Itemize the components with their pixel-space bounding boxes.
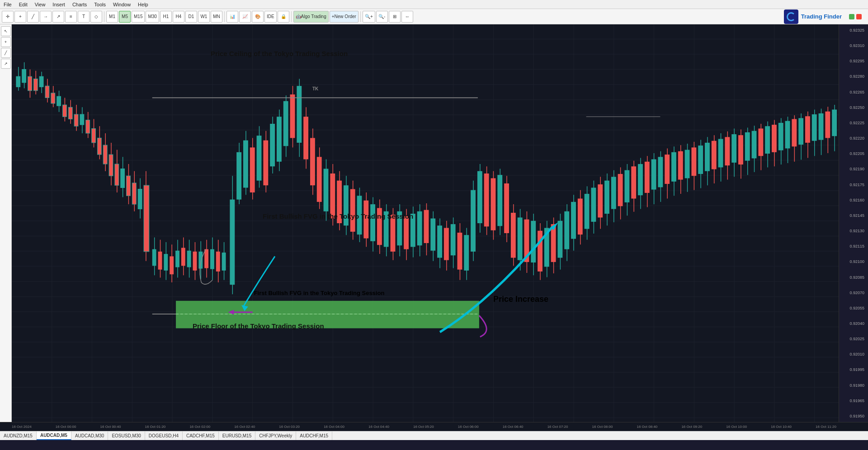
shapes-tool[interactable]: ◇ — [90, 11, 102, 23]
line-v[interactable]: ╱ — [1, 48, 11, 58]
channel-tool[interactable]: ≡ — [65, 11, 77, 23]
indicators-btn[interactable]: 📈 — [239, 11, 251, 23]
svg-rect-144 — [391, 215, 396, 252]
ray-tool[interactable]: → — [40, 11, 52, 23]
price-label-18: 0.92070 — [841, 291, 866, 295]
separator-4 — [360, 11, 361, 22]
svg-rect-102 — [250, 147, 255, 192]
time-label-6: 16 Oct 03:20 — [279, 425, 300, 429]
svg-rect-36 — [51, 93, 55, 103]
chart-main[interactable]: AUDCAD, M5: Australian Dollar vs Canadia… — [12, 24, 839, 422]
tf-m1[interactable]: M1 — [106, 11, 118, 23]
svg-rect-186 — [531, 221, 536, 262]
svg-rect-224 — [658, 157, 663, 187]
price-label-24: 0.91980 — [841, 383, 866, 388]
price-label-1: 0.92325 — [841, 28, 866, 33]
svg-rect-86 — [198, 252, 203, 269]
price-label-6: 0.92250 — [841, 105, 866, 110]
svg-rect-222 — [651, 159, 656, 190]
svg-rect-116 — [297, 86, 302, 143]
line-tool[interactable]: ╱ — [27, 11, 39, 23]
menu-edit[interactable]: Edit — [15, 2, 31, 7]
ide-btn[interactable]: IDE — [264, 11, 277, 23]
time-label-5: 16 Oct 02:40 — [234, 425, 255, 429]
tab-audnzd[interactable]: AUDNZD,M15 — [0, 431, 37, 440]
tf-h4[interactable]: H4 — [173, 11, 184, 23]
svg-rect-220 — [645, 162, 650, 193]
menu-tools[interactable]: Tools — [90, 2, 109, 7]
tab-eosusd[interactable]: EOSUSD,M30 — [108, 431, 145, 440]
svg-rect-254 — [758, 128, 763, 156]
svg-rect-140 — [377, 208, 382, 245]
tab-cadchf[interactable]: CADCHF,M15 — [183, 431, 219, 440]
svg-rect-58 — [115, 164, 119, 185]
svg-rect-90 — [210, 249, 214, 269]
svg-rect-96 — [230, 200, 235, 285]
svg-rect-180 — [511, 213, 516, 258]
new-order-btn[interactable]: + New Order — [330, 11, 359, 23]
svg-rect-258 — [772, 125, 777, 152]
menu-charts[interactable]: Charts — [69, 2, 90, 7]
svg-rect-106 — [263, 141, 268, 186]
svg-rect-54 — [103, 145, 107, 164]
svg-rect-154 — [424, 210, 429, 243]
arrow-tool[interactable]: ↗ — [52, 11, 64, 23]
svg-rect-274 — [825, 112, 830, 138]
menu-view[interactable]: View — [31, 2, 49, 7]
tf-m30[interactable]: M30 — [146, 11, 159, 23]
svg-rect-272 — [819, 113, 824, 140]
cursor-tool[interactable]: ↖ — [1, 26, 11, 36]
scroll-btn[interactable]: ↔ — [401, 11, 413, 23]
color-btn[interactable]: 🎨 — [252, 11, 264, 23]
svg-rect-212 — [618, 174, 623, 206]
crosshair-v[interactable]: + — [1, 37, 11, 47]
candlestick-chart — [12, 24, 839, 422]
tf-mn[interactable]: MN — [211, 11, 222, 23]
tf-d1[interactable]: D1 — [185, 11, 197, 23]
separator-3 — [291, 11, 292, 22]
svg-rect-84 — [193, 252, 197, 271]
tab-chfjpy[interactable]: CHFJPY,Weekly — [255, 431, 296, 440]
svg-rect-68 — [144, 185, 149, 252]
time-label-1: 16 Oct 00:00 — [56, 425, 76, 429]
zoom-out-btn[interactable]: 🔍- — [376, 11, 388, 23]
svg-rect-110 — [277, 117, 282, 162]
svg-rect-142 — [384, 211, 389, 247]
svg-rect-66 — [138, 189, 142, 209]
crosshair-tool[interactable]: ✛ — [2, 11, 14, 23]
svg-rect-112 — [283, 101, 288, 146]
tab-audchf[interactable]: AUDCHF,M15 — [296, 431, 332, 440]
chart-type-btn[interactable]: 📊 — [226, 11, 238, 23]
svg-rect-72 — [158, 252, 162, 270]
svg-rect-62 — [127, 176, 131, 196]
grid-btn[interactable]: ⊞ — [389, 11, 401, 23]
svg-rect-138 — [370, 204, 375, 241]
svg-rect-98 — [236, 152, 241, 200]
svg-rect-228 — [671, 152, 676, 182]
svg-rect-156 — [430, 219, 435, 251]
svg-rect-260 — [778, 123, 783, 150]
menu-file[interactable]: File — [0, 2, 15, 7]
menu-window[interactable]: Window — [109, 2, 134, 7]
tf-m5[interactable]: M5 — [119, 11, 131, 23]
tf-w1[interactable]: W1 — [198, 11, 210, 23]
lock-btn[interactable]: 🔒 — [278, 11, 289, 23]
tab-audcad-m5[interactable]: AUDCAD,M5 — [37, 431, 71, 440]
svg-rect-242 — [718, 139, 723, 168]
algo-trading-btn[interactable]: 🤖 Algo Trading — [293, 11, 329, 23]
svg-rect-122 — [317, 157, 322, 202]
tf-h1[interactable]: H1 — [160, 11, 172, 23]
text-tool[interactable]: T — [78, 11, 90, 23]
menu-insert[interactable]: Insert — [49, 2, 69, 7]
tf-m15[interactable]: M15 — [132, 11, 145, 23]
tab-audcad-m30[interactable]: AUDCAD,M30 — [71, 431, 108, 440]
zoom-in-tool[interactable]: + — [14, 11, 26, 23]
price-label-3: 0.92295 — [841, 59, 866, 63]
svg-rect-158 — [437, 225, 442, 258]
tab-eurusd[interactable]: EURUSD,M15 — [219, 431, 255, 440]
arrow-v[interactable]: ↗ — [1, 59, 11, 69]
svg-rect-124 — [324, 169, 329, 211]
zoom-btn[interactable]: 🔍+ — [363, 11, 375, 23]
menu-help[interactable]: Help — [134, 2, 152, 7]
tab-dogeusd[interactable]: DOGEUSD,H4 — [145, 431, 183, 440]
